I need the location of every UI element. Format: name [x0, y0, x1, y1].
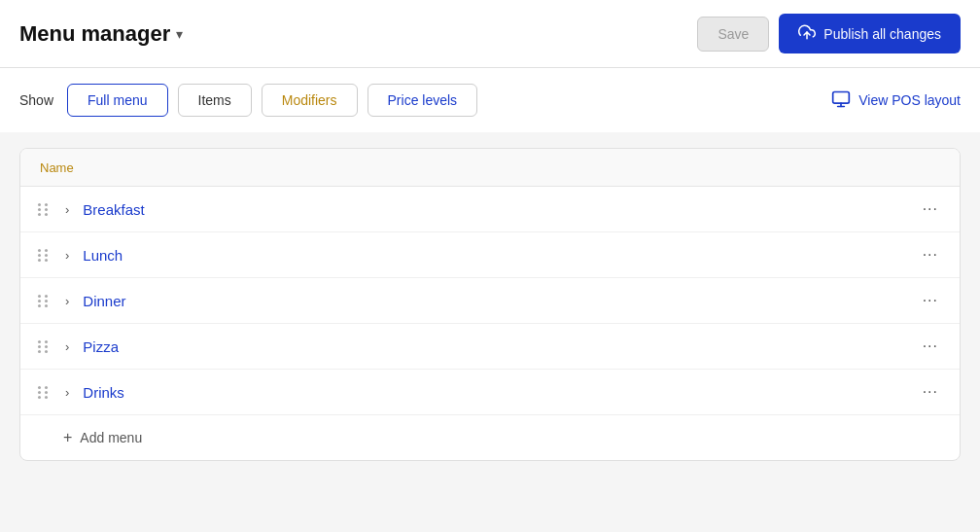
name-column-header: Name: [40, 160, 74, 175]
more-options-icon[interactable]: ···: [917, 198, 944, 220]
view-pos-button[interactable]: View POS layout: [831, 89, 961, 112]
drag-dots: [38, 295, 50, 307]
drag-dots: [38, 249, 50, 262]
drag-handle[interactable]: [36, 338, 52, 355]
drag-dot: [45, 396, 48, 399]
drag-dot: [45, 345, 48, 348]
drag-dot: [45, 391, 48, 394]
add-menu-row[interactable]: + Add menu: [20, 415, 960, 460]
tab-price-levels[interactable]: Price levels: [368, 84, 478, 117]
expand-icon[interactable]: ›: [61, 337, 73, 356]
drag-dot: [38, 259, 41, 262]
more-options-icon[interactable]: ···: [917, 336, 944, 357]
drag-dot: [38, 254, 41, 257]
menu-item-name[interactable]: Pizza: [83, 338, 906, 355]
drag-dots: [38, 340, 50, 353]
drag-handle[interactable]: [36, 293, 52, 309]
drag-handle[interactable]: [36, 201, 52, 218]
drag-dot: [38, 208, 41, 211]
more-options-icon[interactable]: ···: [917, 290, 944, 311]
app-header: Menu manager ▾ Save Publish all changes: [0, 0, 980, 68]
drag-dot: [38, 350, 41, 353]
show-label: Show: [19, 92, 53, 108]
menu-card: Name › Breakfast ···: [19, 148, 961, 461]
cloud-upload-icon: [798, 23, 816, 44]
drag-dot: [38, 249, 41, 252]
expand-icon[interactable]: ›: [61, 200, 73, 219]
header-actions: Save Publish all changes: [697, 14, 961, 53]
drag-dots: [38, 386, 50, 399]
expand-icon[interactable]: ›: [61, 383, 73, 402]
drag-dot: [38, 300, 41, 302]
drag-dot: [38, 345, 41, 348]
drag-dots: [38, 203, 50, 216]
drag-handle[interactable]: [36, 384, 52, 401]
drag-dot: [45, 259, 48, 262]
table-row: › Lunch ···: [20, 232, 960, 278]
publish-button[interactable]: Publish all changes: [779, 14, 961, 53]
drag-dot: [45, 203, 48, 206]
table-row: › Drinks ···: [20, 370, 960, 415]
menu-item-name[interactable]: Breakfast: [83, 201, 906, 218]
drag-dot: [45, 386, 48, 389]
drag-dot: [45, 213, 48, 216]
drag-dot: [45, 249, 48, 252]
pos-icon: [831, 89, 851, 112]
save-button[interactable]: Save: [697, 17, 769, 52]
drag-dot: [38, 396, 41, 399]
table-row: › Pizza ···: [20, 324, 960, 370]
header-left: Menu manager ▾: [19, 21, 183, 47]
drag-dot: [45, 304, 48, 307]
drag-dot: [45, 254, 48, 257]
add-icon: +: [63, 429, 72, 446]
svg-rect-1: [833, 91, 850, 103]
drag-dot: [38, 213, 41, 216]
tab-full-menu[interactable]: Full menu: [67, 84, 167, 117]
main-content: Name › Breakfast ···: [0, 132, 980, 477]
more-options-icon[interactable]: ···: [917, 381, 944, 403]
title-dropdown-icon[interactable]: ▾: [176, 26, 183, 42]
drag-dot: [38, 203, 41, 206]
drag-dot: [45, 300, 48, 302]
view-pos-label: View POS layout: [858, 92, 961, 108]
more-options-icon[interactable]: ···: [917, 244, 944, 266]
app-title: Menu manager: [19, 21, 170, 47]
drag-dot: [38, 391, 41, 394]
tab-items[interactable]: Items: [178, 84, 252, 117]
table-row: › Dinner ···: [20, 278, 960, 324]
drag-dot: [38, 304, 41, 307]
drag-dot: [38, 386, 41, 389]
toolbar: Show Full menu Items Modifiers Price lev…: [0, 68, 980, 132]
menu-item-name[interactable]: Drinks: [83, 384, 906, 401]
drag-dot: [45, 350, 48, 353]
menu-item-name[interactable]: Dinner: [83, 293, 906, 309]
tab-modifiers[interactable]: Modifiers: [262, 84, 358, 117]
drag-handle[interactable]: [36, 247, 52, 264]
table-row: › Breakfast ···: [20, 187, 960, 232]
drag-dot: [38, 340, 41, 343]
publish-label: Publish all changes: [823, 26, 941, 42]
expand-icon[interactable]: ›: [61, 246, 73, 265]
drag-dot: [45, 295, 48, 298]
table-header: Name: [20, 149, 960, 187]
expand-icon[interactable]: ›: [61, 292, 73, 310]
drag-dot: [45, 208, 48, 211]
menu-item-name[interactable]: Lunch: [83, 247, 906, 264]
add-menu-label: Add menu: [80, 430, 142, 445]
drag-dot: [38, 295, 41, 298]
drag-dot: [45, 340, 48, 343]
